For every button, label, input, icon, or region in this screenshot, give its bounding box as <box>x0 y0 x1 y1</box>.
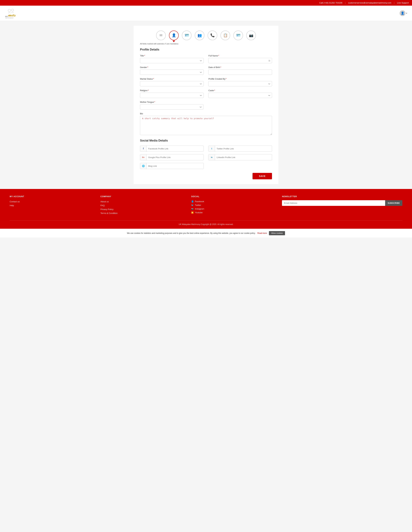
footer-instagram-link[interactable]: Instagram <box>195 208 204 210</box>
user-icon: 👤 <box>401 11 404 15</box>
email-address[interactable]: customerservice@ukmalayaleematrimony.com <box>348 2 392 4</box>
subscribe-button[interactable]: SUBSCRIBE <box>385 200 402 206</box>
list-item: Help <box>10 204 96 207</box>
fullname-input[interactable] <box>208 58 272 63</box>
footer-facebook-link[interactable]: Facebook <box>195 200 204 203</box>
user-avatar: 👤 <box>400 10 405 16</box>
created-by-select[interactable]: Self Parent Sibling <box>208 81 272 86</box>
social-section-title: Social Media Details <box>140 139 272 142</box>
caste-label: Caste* <box>208 89 272 92</box>
created-by-select-wrapper: Self Parent Sibling <box>208 81 272 86</box>
linkedin-input[interactable] <box>215 155 272 160</box>
step-clipboard[interactable]: 📋 <box>220 30 230 40</box>
mandatory-note: All fields marked with asterisks (*) are… <box>140 43 272 45</box>
newsletter-heading: NEWSLETTER <box>282 195 402 198</box>
list-item: Contact us <box>10 200 96 203</box>
live-support-link[interactable]: Live Support <box>397 2 409 4</box>
social-heading: SOCIAL <box>191 195 277 198</box>
footer-youtube-link[interactable]: Youtube <box>195 211 202 214</box>
profile-section-title: Profile Details <box>140 48 272 51</box>
form-row-gender-dob: Gender* Male Female Date of Birth* <box>140 66 272 75</box>
allow-cookies-button[interactable]: Allow cookies <box>269 231 285 235</box>
footer-company: COMPANY About us FAQ Privacy Policy Term… <box>100 195 186 216</box>
form-group-caste: Caste* <box>208 89 272 98</box>
twitter-input-wrap: t <box>208 145 272 152</box>
religion-select[interactable]: Hindu Christian Muslim <box>140 93 204 98</box>
marital-select[interactable]: Single Divorced Widowed <box>140 81 204 86</box>
my-account-links: Contact us Help <box>10 200 96 207</box>
twitter-input[interactable] <box>215 146 272 151</box>
step-family[interactable]: 👥 <box>195 30 204 40</box>
separator2: | <box>394 2 394 4</box>
step-phone[interactable]: 📞 <box>208 30 217 40</box>
footer-twitter-icon: 🐦 <box>191 204 194 206</box>
gender-required: * <box>147 66 148 68</box>
steps-row: ✉ 👤 🪪 👥 📞 📋 🪪 📷 <box>140 30 272 40</box>
help-link[interactable]: Help <box>10 204 14 207</box>
save-button[interactable]: SAVE <box>253 173 272 179</box>
googleplus-input[interactable] <box>147 155 203 160</box>
bio-label: Bio <box>140 112 272 115</box>
facebook-input[interactable] <box>147 146 203 151</box>
mother-tongue-select[interactable]: Malayalam Tamil Hindi <box>140 104 203 110</box>
terms-link[interactable]: Terms & Condition <box>100 212 118 214</box>
footer-my-account: MY ACCOUNT Contact us Help <box>10 195 96 216</box>
newsletter-email-input[interactable] <box>282 200 385 206</box>
linkedin-input-wrap: in <box>208 154 272 160</box>
form-group-religion: Religion* Hindu Christian Muslim <box>140 89 204 98</box>
marital-required: * <box>153 78 154 80</box>
footer-youtube-item: ▶️ Youtube <box>191 211 277 214</box>
title-label: Title* <box>140 55 204 57</box>
dob-label: Date of Birth* <box>208 66 272 68</box>
user-icon-button[interactable]: 👤 ▾ <box>400 10 407 16</box>
step-badge[interactable]: 🪪 <box>233 30 243 40</box>
gender-select[interactable]: Male Female <box>140 69 204 75</box>
form-row-marital-created: Marital Status* Single Divorced Widowed … <box>140 78 272 86</box>
social-row-3: 🌐 <box>140 163 272 169</box>
form-row-title-fullname: Title* Mr Mrs Miss Dr Full Name* ⊞ <box>140 55 272 63</box>
title-select[interactable]: Mr Mrs Miss Dr <box>140 58 204 63</box>
svg-text:അദ്വ: അദ്വ <box>8 14 16 17</box>
phone-number[interactable]: Call (+44) 01282 704206 <box>319 2 342 4</box>
list-item: Privacy Policy <box>100 208 186 210</box>
calendar-icon: ⊞ <box>268 59 270 62</box>
step-id[interactable]: 🪪 <box>182 30 192 40</box>
company-heading: COMPANY <box>100 195 186 198</box>
header: U.K അദ്വ MATRIMONY 👤 ▾ <box>0 6 412 21</box>
copyright-text: UK Malayalee Matrimony Copyright @ 2020.… <box>179 223 233 226</box>
step-email[interactable]: ✉ <box>156 30 166 40</box>
social-row-1: f t <box>140 145 272 152</box>
footer-instagram-icon: 📷 <box>191 208 194 210</box>
caste-select[interactable] <box>208 93 272 98</box>
footer-social: SOCIAL 📘 Facebook 🐦 Twitter 📷 Instagram … <box>191 195 277 216</box>
privacy-policy-link[interactable]: Privacy Policy <box>100 208 113 210</box>
logo-svg: U.K അദ്വ MATRIMONY <box>5 8 18 19</box>
dob-required: * <box>220 66 221 68</box>
form-group-created-by: Profile Created By* Self Parent Sibling <box>208 78 272 86</box>
footer-instagram-item: 📷 Instagram <box>191 208 277 210</box>
blog-input[interactable] <box>147 163 203 169</box>
religion-required: * <box>148 89 149 92</box>
user-dropdown-arrow: ▾ <box>406 12 407 14</box>
created-by-label: Profile Created By* <box>208 78 272 80</box>
company-links: About us FAQ Privacy Policy Terms & Cond… <box>100 200 186 214</box>
footer-grid: MY ACCOUNT Contact us Help COMPANY About… <box>10 195 402 216</box>
save-row: SAVE <box>140 173 272 179</box>
created-by-required: * <box>226 78 227 80</box>
dob-input[interactable] <box>208 69 272 75</box>
form-group-bio: Bio <box>140 112 272 135</box>
step-camera[interactable]: 📷 <box>246 30 256 40</box>
facebook-icon: f <box>140 146 147 152</box>
footer-newsletter: NEWSLETTER SUBSCRIBE <box>282 195 402 216</box>
linkedin-icon: in <box>209 154 215 160</box>
blog-icon: 🌐 <box>140 163 147 169</box>
bio-textarea[interactable] <box>140 116 272 135</box>
contact-us-link[interactable]: Contact us <box>10 200 20 203</box>
step-profile[interactable]: 👤 <box>169 30 179 40</box>
facebook-input-wrap: f <box>140 145 204 152</box>
footer-twitter-link[interactable]: Twitter <box>195 204 201 206</box>
read-more-link[interactable]: Read more <box>257 232 267 234</box>
faq-link[interactable]: FAQ <box>100 204 105 207</box>
footer-copyright: UK Malayalee Matrimony Copyright @ 2020.… <box>10 220 402 226</box>
about-us-link[interactable]: About us <box>100 200 109 203</box>
